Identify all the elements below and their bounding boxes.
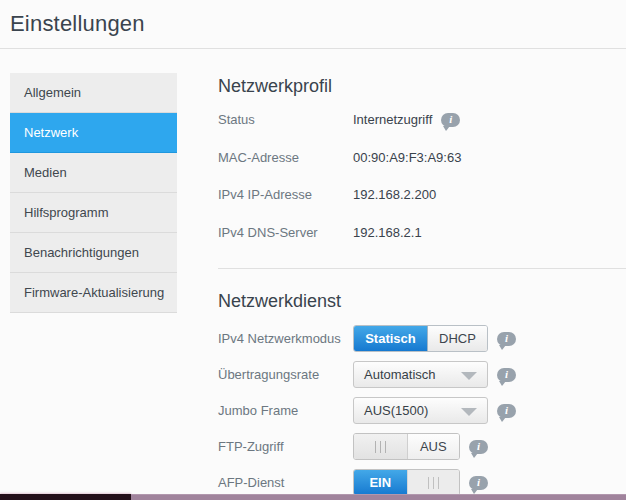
- afp-service-toggle[interactable]: EIN: [353, 469, 460, 496]
- service-row-jumbo-frame: Jumbo Frame AUS(1500) i: [218, 397, 516, 424]
- afp-service-label: AFP-Dienst: [218, 475, 353, 490]
- toggle-grip-handle: [407, 470, 460, 495]
- transfer-rate-dropdown[interactable]: Automatisch: [353, 361, 488, 388]
- section-heading-netzwerkdienst: Netzwerkdienst: [218, 291, 341, 312]
- ftp-access-state: AUS: [407, 434, 460, 459]
- mac-address-label: MAC-Adresse: [218, 150, 353, 165]
- service-row-transfer-rate: Übertragungsrate Automatisch i: [218, 361, 516, 388]
- screenshot-bottom-edge: [0, 494, 626, 500]
- network-mode-option-statisch[interactable]: Statisch: [354, 326, 428, 351]
- info-icon[interactable]: i: [497, 368, 516, 382]
- afp-service-state: EIN: [354, 470, 407, 495]
- toggle-grip-handle: [354, 434, 407, 459]
- dns-server-value: 192.168.2.1: [353, 225, 422, 240]
- ftp-access-label: FTP-Zugriff: [218, 439, 353, 454]
- mac-address-value: 00:90:A9:F3:A9:63: [353, 150, 461, 165]
- profile-row-status: Status Internetzugriff i: [218, 106, 460, 133]
- network-mode-label: IPv4 Netzwerkmodus: [218, 331, 353, 346]
- profile-row-ipv4-address: IPv4 IP-Adresse 192.168.2.200: [218, 181, 436, 208]
- chevron-down-icon: [461, 372, 477, 380]
- service-row-afp-service: AFP-Dienst EIN i: [218, 469, 488, 496]
- settings-page: Einstellungen Allgemein Netzwerk Medien …: [0, 0, 626, 500]
- sidebar-item-benachrichtigungen[interactable]: Benachrichtigungen: [10, 233, 177, 273]
- sidebar-item-allgemein[interactable]: Allgemein: [10, 73, 177, 113]
- transfer-rate-label: Übertragungsrate: [218, 367, 353, 382]
- info-icon[interactable]: i: [469, 476, 488, 490]
- info-icon[interactable]: i: [497, 404, 516, 418]
- dns-server-label: IPv4 DNS-Server: [218, 225, 353, 240]
- info-icon[interactable]: i: [441, 113, 460, 127]
- header-divider: [0, 48, 626, 49]
- jumbo-frame-dropdown[interactable]: AUS(1500): [353, 397, 488, 424]
- section-heading-netzwerkprofil: Netzwerkprofil: [218, 76, 332, 97]
- sidebar-item-firmware-aktualisierung[interactable]: Firmware-Aktualisierung: [10, 273, 177, 313]
- service-row-ftp-access: FTP-Zugriff AUS i: [218, 433, 488, 460]
- service-row-network-mode: IPv4 Netzwerkmodus Statisch DHCP i: [218, 325, 516, 352]
- chevron-down-icon: [461, 408, 477, 416]
- ipv4-address-value: 192.168.2.200: [353, 187, 436, 202]
- jumbo-frame-label: Jumbo Frame: [218, 403, 353, 418]
- status-label: Status: [218, 112, 353, 127]
- ipv4-address-label: IPv4 IP-Adresse: [218, 187, 353, 202]
- info-icon[interactable]: i: [497, 332, 516, 346]
- sidebar-item-netzwerk[interactable]: Netzwerk: [10, 113, 177, 153]
- profile-row-mac: MAC-Adresse 00:90:A9:F3:A9:63: [218, 144, 461, 171]
- info-icon[interactable]: i: [469, 440, 488, 454]
- sidebar-item-hilfsprogramm[interactable]: Hilfsprogramm: [10, 193, 177, 233]
- ftp-access-toggle[interactable]: AUS: [353, 433, 460, 460]
- section-divider: [218, 268, 626, 269]
- sidebar-item-medien[interactable]: Medien: [10, 153, 177, 193]
- settings-sidebar: Allgemein Netzwerk Medien Hilfsprogramm …: [10, 73, 177, 313]
- network-mode-segmented-control: Statisch DHCP: [353, 325, 488, 352]
- page-title: Einstellungen: [10, 11, 145, 37]
- transfer-rate-selected-value: Automatisch: [364, 367, 436, 382]
- jumbo-frame-selected-value: AUS(1500): [364, 403, 428, 418]
- status-value: Internetzugriff: [353, 112, 432, 127]
- bottom-edge-dark-segment: [0, 494, 131, 500]
- bottom-edge-purple-segment: [131, 494, 626, 500]
- profile-row-dns-server: IPv4 DNS-Server 192.168.2.1: [218, 219, 422, 246]
- network-mode-option-dhcp[interactable]: DHCP: [428, 326, 487, 351]
